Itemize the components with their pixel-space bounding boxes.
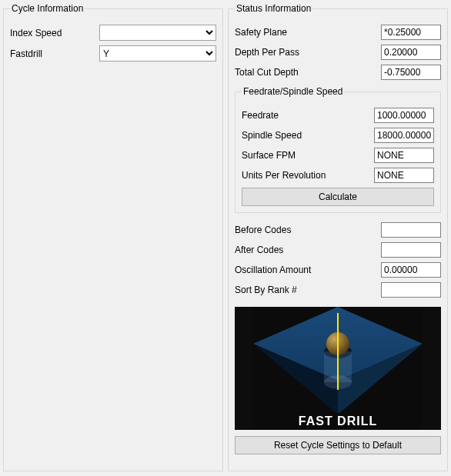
total-cut-depth-label: Total Cut Depth: [235, 67, 376, 78]
spindle-speed-input[interactable]: [374, 128, 434, 143]
oscillation-amount-input[interactable]: [381, 262, 441, 278]
fastdrill-label: Fastdrill: [10, 48, 95, 59]
reset-cycle-settings-button[interactable]: Reset Cycle Settings to Default: [235, 436, 441, 454]
status-information-legend: Status Information: [235, 3, 312, 14]
before-codes-input[interactable]: [381, 222, 441, 238]
units-per-rev-label: Units Per Revolution: [242, 170, 369, 181]
sort-by-rank-input[interactable]: [381, 282, 441, 298]
feedrate-spindle-group: Feedrate/Spindle Speed Feedrate Spindle …: [235, 86, 441, 213]
depth-per-pass-label: Depth Per Pass: [235, 47, 376, 58]
after-codes-input[interactable]: [381, 242, 441, 258]
feedrate-label: Feedrate: [242, 110, 369, 121]
surface-fpm-input[interactable]: [374, 148, 434, 163]
spindle-speed-label: Spindle Speed: [242, 130, 369, 141]
before-codes-label: Before Codes: [235, 225, 376, 235]
after-codes-label: After Codes: [235, 245, 376, 255]
calculate-button[interactable]: Calculate: [242, 188, 434, 206]
safety-plane-input[interactable]: [381, 25, 441, 40]
safety-plane-label: Safety Plane: [235, 27, 376, 38]
status-information-group: Status Information Safety Plane Depth Pe…: [228, 3, 448, 471]
oscillation-amount-label: Oscillation Amount: [235, 265, 376, 275]
units-per-rev-input[interactable]: [374, 168, 434, 183]
fastdrill-select[interactable]: Y: [99, 45, 216, 62]
depth-per-pass-input[interactable]: [381, 45, 441, 60]
feedrate-spindle-legend: Feedrate/Spindle Speed: [242, 86, 344, 97]
fast-drill-icon: [235, 307, 441, 430]
illustration-caption: FAST DRILL: [235, 414, 441, 428]
cycle-information-group: Cycle Information Index Speed Fastdrill …: [3, 3, 223, 471]
index-speed-label: Index Speed: [10, 28, 95, 38]
surface-fpm-label: Surface FPM: [242, 150, 369, 161]
fast-drill-illustration: FAST DRILL: [235, 307, 441, 430]
cycle-information-legend: Cycle Information: [10, 3, 85, 14]
sort-by-rank-label: Sort By Rank #: [235, 285, 376, 295]
total-cut-depth-input[interactable]: [381, 65, 441, 80]
index-speed-select[interactable]: [99, 25, 216, 41]
feedrate-input[interactable]: [374, 108, 434, 123]
